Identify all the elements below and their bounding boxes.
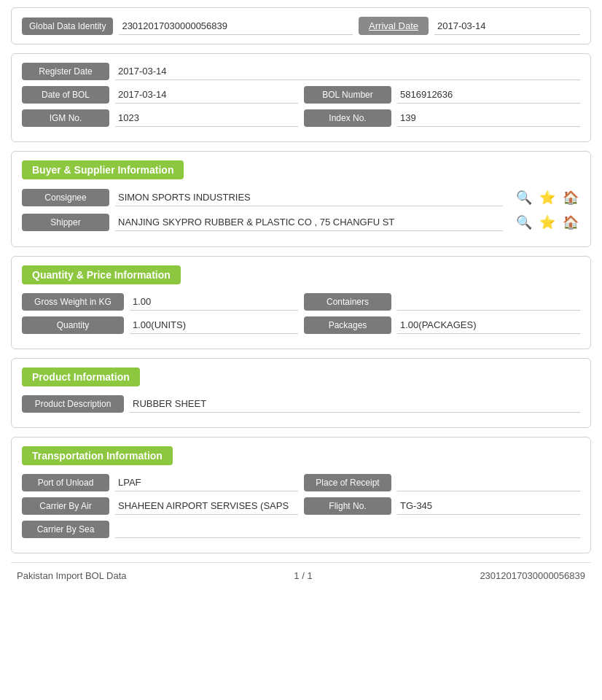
place-of-receipt-group: Place of Receipt <box>304 474 580 491</box>
carrier-sea-row: Carrier By Sea <box>22 521 580 538</box>
register-date-row: Register Date 2017-03-14 <box>22 63 580 80</box>
global-data-identity-label: Global Data Identity <box>22 18 113 35</box>
global-id-row: Global Data Identity 2301201703000005683… <box>22 17 580 35</box>
shipper-icons: 🔍 ⭐ 🏠 <box>515 213 580 232</box>
quantity-packages-row: Quantity 1.00(UNITS) Packages 1.00(PACKA… <box>22 316 580 334</box>
igm-no-value: 1023 <box>115 109 298 127</box>
product-desc-label: Product Description <box>22 395 124 413</box>
footer: Pakistan Import BOL Data 1 / 1 230120170… <box>11 562 591 588</box>
transportation-header: Transportation Information <box>22 446 173 465</box>
footer-right-id: 23012017030000056839 <box>480 570 585 581</box>
index-no-group: Index No. 139 <box>304 109 580 127</box>
bol-number-value: 5816912636 <box>397 86 580 104</box>
consignee-home-icon[interactable]: 🏠 <box>561 188 580 207</box>
port-of-unload-label: Port of Unload <box>22 474 109 491</box>
consignee-search-icon[interactable]: 🔍 <box>515 188 533 207</box>
date-of-bol-group: Date of BOL 2017-03-14 <box>22 86 298 104</box>
packages-group: Packages 1.00(PACKAGES) <box>304 316 580 334</box>
register-date-label: Register Date <box>22 63 109 80</box>
port-place-row: Port of Unload LPAF Place of Receipt <box>22 474 580 491</box>
date-of-bol-label: Date of BOL <box>22 86 109 104</box>
carrier-air-flight-row: Carrier By Air SHAHEEN AIRPORT SERVISES … <box>22 497 580 515</box>
containers-value <box>397 293 580 311</box>
shipper-row: Shipper NANJING SKYPRO RUBBER & PLASTIC … <box>22 213 580 232</box>
arrival-date-value: 2017-03-14 <box>434 18 580 35</box>
footer-page-info: 1 / 1 <box>294 570 312 581</box>
packages-label: Packages <box>304 316 391 334</box>
containers-label: Containers <box>304 293 391 311</box>
carrier-by-air-group: Carrier By Air SHAHEEN AIRPORT SERVISES … <box>22 497 298 515</box>
flight-no-value: TG-345 <box>397 497 580 515</box>
buyer-supplier-header: Buyer & Supplier Information <box>22 160 184 179</box>
index-no-value: 139 <box>397 109 580 127</box>
carrier-by-air-value: SHAHEEN AIRPORT SERVISES (SAPS <box>115 497 298 515</box>
gross-containers-row: Gross Weight in KG 1.00 Containers <box>22 293 580 311</box>
shipper-search-icon[interactable]: 🔍 <box>515 213 533 232</box>
arrival-date-button[interactable]: Arrival Date <box>359 17 429 35</box>
register-date-value: 2017-03-14 <box>115 63 580 80</box>
bol-number-label: BOL Number <box>304 86 391 104</box>
place-of-receipt-label: Place of Receipt <box>304 474 391 491</box>
product-info-card: Product Information Product Description … <box>11 358 591 428</box>
quantity-price-card: Quantity & Price Information Gross Weigh… <box>11 256 591 349</box>
shipper-star-icon[interactable]: ⭐ <box>538 213 557 232</box>
gross-weight-value: 1.00 <box>130 293 298 311</box>
carrier-by-air-label: Carrier By Air <box>22 497 109 515</box>
quantity-value: 1.00(UNITS) <box>130 316 298 334</box>
consignee-label: Consignee <box>22 189 109 206</box>
port-of-unload-group: Port of Unload LPAF <box>22 474 298 491</box>
global-data-identity-value: 23012017030000056839 <box>119 18 353 35</box>
index-no-label: Index No. <box>304 109 391 127</box>
quantity-label: Quantity <box>22 316 124 334</box>
quantity-group: Quantity 1.00(UNITS) <box>22 316 298 334</box>
containers-group: Containers <box>304 293 580 311</box>
product-info-header: Product Information <box>22 368 140 386</box>
buyer-supplier-card: Buyer & Supplier Information Consignee S… <box>11 151 591 247</box>
igm-no-group: IGM No. 1023 <box>22 109 298 127</box>
product-desc-row: Product Description RUBBER SHEET <box>22 395 580 413</box>
consignee-star-icon[interactable]: ⭐ <box>538 188 557 207</box>
consignee-row: Consignee SIMON SPORTS INDUSTRIES 🔍 ⭐ 🏠 <box>22 188 580 207</box>
shipper-label: Shipper <box>22 214 109 231</box>
carrier-by-sea-value <box>115 521 580 538</box>
footer-left-text: Pakistan Import BOL Data <box>17 570 127 581</box>
packages-value: 1.00(PACKAGES) <box>397 316 580 334</box>
shipper-value: NANJING SKYPRO RUBBER & PLASTIC CO , 75 … <box>115 214 503 231</box>
bol-row: Date of BOL 2017-03-14 BOL Number 581691… <box>22 86 580 104</box>
transportation-card: Transportation Information Port of Unloa… <box>11 437 591 553</box>
date-of-bol-value: 2017-03-14 <box>115 86 298 104</box>
flight-no-label: Flight No. <box>304 497 391 515</box>
consignee-value: SIMON SPORTS INDUSTRIES <box>115 189 503 206</box>
flight-no-group: Flight No. TG-345 <box>304 497 580 515</box>
consignee-icons: 🔍 ⭐ 🏠 <box>515 188 580 207</box>
gross-weight-group: Gross Weight in KG 1.00 <box>22 293 298 311</box>
product-desc-value: RUBBER SHEET <box>130 395 580 413</box>
gross-weight-label: Gross Weight in KG <box>22 293 124 311</box>
port-of-unload-value: LPAF <box>115 474 298 491</box>
igm-no-label: IGM No. <box>22 109 109 127</box>
registration-card: Register Date 2017-03-14 Date of BOL 201… <box>11 53 591 142</box>
global-identity-card: Global Data Identity 2301201703000005683… <box>11 7 591 44</box>
place-of-receipt-value <box>397 474 580 491</box>
carrier-by-sea-label: Carrier By Sea <box>22 521 109 538</box>
bol-number-group: BOL Number 5816912636 <box>304 86 580 104</box>
shipper-home-icon[interactable]: 🏠 <box>561 213 580 232</box>
igm-index-row: IGM No. 1023 Index No. 139 <box>22 109 580 127</box>
quantity-price-header: Quantity & Price Information <box>22 265 181 284</box>
